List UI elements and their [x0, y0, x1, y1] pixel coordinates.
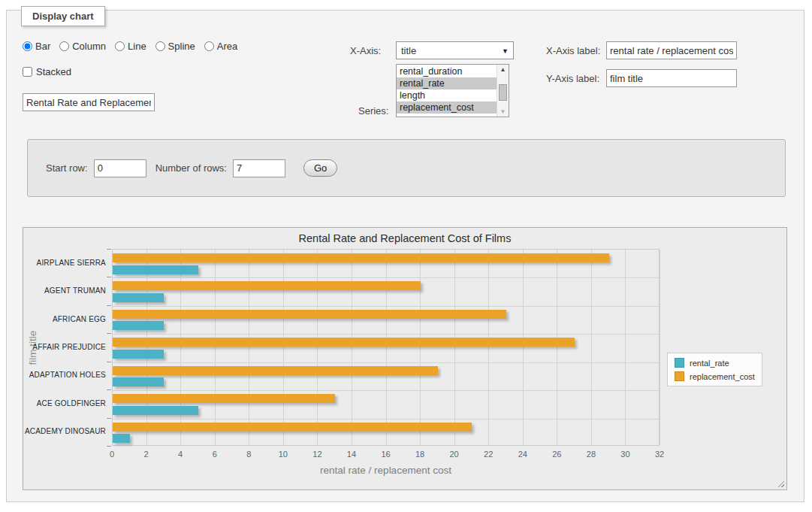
chart-type-radio-bar[interactable] [23, 41, 32, 51]
scrollbar-thumb[interactable] [499, 84, 507, 101]
gridline [113, 334, 659, 335]
num-rows-input[interactable] [233, 159, 285, 177]
scroll-down-icon[interactable]: ▼ [497, 108, 509, 115]
axis-tick [107, 446, 111, 447]
gridline [180, 250, 181, 445]
chart-type-radio-column[interactable] [59, 41, 69, 51]
bar-rental_rate [113, 265, 198, 274]
bar-replacement_cost [113, 423, 472, 432]
chart-type-radiogroup: BarColumnLineSplineArea [23, 41, 243, 52]
stacked-label: Stacked [36, 66, 71, 77]
chart-type-option-line[interactable]: Line [115, 41, 146, 52]
bar-replacement_cost [113, 394, 335, 403]
bar-rental_rate [113, 321, 164, 330]
stacked-checkbox[interactable] [23, 67, 32, 77]
series-options: rental_durationrental_ratelengthreplacem… [397, 65, 497, 114]
series-list-label: Series: [358, 105, 388, 117]
gridline [591, 250, 592, 445]
start-row-input[interactable] [94, 159, 146, 177]
axis-tick [107, 362, 111, 362]
chart-type-radio-line[interactable] [115, 41, 125, 51]
gridline [249, 250, 249, 445]
category-label: ADAPTATION HOLES [23, 371, 106, 379]
axis-tick [107, 418, 111, 419]
gridline [660, 250, 660, 445]
go-button[interactable]: Go [303, 159, 337, 177]
bar-replacement_cost [113, 338, 575, 347]
num-rows-label: Number of rows: [155, 162, 227, 174]
x-axis-label-label: X-Axis label: [546, 45, 600, 56]
x-tick-label: 26 [542, 450, 572, 459]
bar-replacement_cost [113, 310, 506, 319]
series-option-rental_rate[interactable]: rental_rate [397, 77, 497, 89]
chart-x-axis-title: rental rate / replacement cost [112, 465, 660, 476]
chart-type-option-column[interactable]: Column [59, 41, 106, 52]
x-tick-label: 2 [131, 450, 161, 459]
legend-swatch [675, 358, 684, 368]
x-tick-label: 24 [508, 450, 538, 459]
x-tick-label: 14 [337, 450, 367, 459]
legend-label: rental_rate [690, 359, 729, 368]
series-option-rental_duration[interactable]: rental_duration [397, 65, 497, 77]
gridline [386, 250, 387, 445]
axis-tick [107, 249, 111, 250]
stacked-option[interactable]: Stacked [23, 66, 71, 77]
legend-swatch [675, 371, 684, 381]
gridline [420, 250, 421, 445]
bar-replacement_cost [113, 253, 609, 262]
x-axis-selected-value: title [401, 45, 416, 56]
bar-rental_rate [113, 377, 164, 386]
chart-type-radio-area[interactable] [204, 41, 214, 51]
x-tick-label: 18 [405, 450, 435, 459]
axis-tick [107, 277, 111, 277]
gridline [488, 250, 489, 445]
gridline [113, 277, 659, 278]
bar-replacement_cost [113, 366, 438, 375]
category-label: ACADEMY DINOSAUR [23, 427, 106, 435]
category-label: AFRICAN EGG [23, 315, 106, 323]
chart-title-input[interactable] [23, 93, 155, 111]
gridline [454, 250, 455, 445]
bar-rental_rate [113, 293, 164, 302]
y-axis-label-label: Y-Axis label: [546, 73, 599, 84]
chart-container: Rental Rate and Replacement Cost of Film… [23, 227, 787, 490]
gridline [625, 250, 626, 445]
category-label: ACE GOLDFINGER [23, 399, 106, 407]
bar-rental_rate [113, 406, 198, 415]
x-axis-select[interactable]: title ▼ [396, 41, 514, 59]
chart-type-option-spline[interactable]: Spline [155, 41, 195, 52]
x-tick-label: 22 [473, 450, 503, 459]
chart-title: Rental Rate and Replacement Cost of Film… [23, 232, 786, 244]
start-row-label: Start row: [46, 162, 88, 174]
x-tick-label: 16 [371, 450, 401, 459]
x-tick-label: 28 [576, 450, 606, 459]
series-option-length[interactable]: length [397, 89, 497, 101]
axis-tick [107, 389, 111, 390]
chevron-down-icon: ▼ [502, 47, 509, 55]
series-scrollbar[interactable]: ▲ ▼ [497, 65, 509, 117]
bar-replacement_cost [113, 281, 421, 290]
chart-type-option-label: Spline [168, 41, 195, 52]
x-axis-label-input[interactable] [606, 41, 737, 59]
chart-type-radio-spline[interactable] [155, 41, 165, 51]
series-option-replacement_cost[interactable]: replacement_cost [397, 101, 497, 114]
y-axis-label-input[interactable] [606, 69, 737, 87]
category-label: AFFAIR PREJUDICE [23, 343, 106, 351]
series-listbox[interactable]: rental_durationrental_ratelengthreplacem… [396, 64, 509, 117]
chart-type-option-area[interactable]: Area [204, 41, 237, 52]
row-range-box: Start row: Number of rows: Go [27, 139, 786, 197]
gridline [113, 362, 659, 363]
gridline [113, 419, 659, 420]
chart-type-option-label: Column [72, 41, 106, 52]
x-tick-label: 32 [644, 450, 675, 459]
gridline [215, 250, 216, 445]
bar-rental_rate [113, 434, 130, 443]
scroll-up-icon[interactable]: ▲ [497, 66, 509, 73]
bar-rental_rate [113, 350, 164, 359]
gridline [352, 250, 352, 445]
x-tick-label: 0 [97, 450, 127, 459]
chart-type-option-bar[interactable]: Bar [23, 41, 50, 52]
x-tick-label: 10 [268, 450, 298, 459]
resize-grip-icon[interactable] [776, 479, 784, 487]
gridline [283, 250, 284, 445]
